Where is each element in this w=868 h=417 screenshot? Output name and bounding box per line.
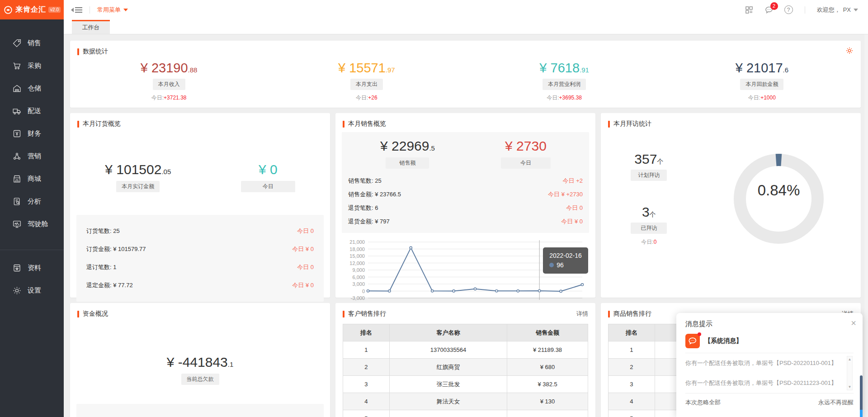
visit-donut-chart: 0.84% — [697, 146, 861, 252]
sidebar-item-财务[interactable]: 财务 — [0, 122, 64, 145]
popup-title: 消息提示 — [685, 320, 854, 328]
customer-rank-card: 客户销售排行 详情 排名客户名称销售金额113700335564¥ 21189.… — [335, 303, 595, 417]
table-cell: 1 — [609, 341, 655, 359]
stat-row-label: 退订笔数: — [86, 264, 113, 270]
stat-row: 订货笔数: 25今日 0 — [86, 222, 314, 240]
stat-today-value: +3721.38 — [164, 95, 186, 101]
stats-settings-gear-icon[interactable] — [845, 47, 854, 55]
sales-card-title: 本月销售概览 — [348, 120, 386, 128]
stat-today: 今日:+1000 — [663, 94, 861, 102]
stat-label: 本月回款金额 — [740, 79, 783, 90]
sidebar-item-采购[interactable]: 采购 — [0, 54, 64, 77]
help-icon[interactable]: ? — [784, 5, 793, 14]
order-stats-panel: 订货笔数: 25今日 0订货金额: ¥ 101579.77今日 ¥ 0退订笔数:… — [76, 215, 324, 302]
stat-row-left: 退定金额: ¥ 77.72 — [86, 281, 133, 289]
scroll-up-icon[interactable]: ▲ — [848, 357, 852, 361]
popup-source-label: 【系统消息】 — [704, 337, 742, 345]
user-menu[interactable]: 欢迎您， PX — [817, 6, 858, 14]
sidebar-item-配送[interactable]: 配送 — [0, 100, 64, 122]
stat-row-today: 今日 0 — [297, 263, 314, 271]
stat-row-label: 订货笔数: — [86, 227, 113, 234]
stat-row-value: 1 — [113, 264, 116, 270]
customer-rank-detail-link[interactable]: 详情 — [576, 310, 588, 318]
title-accent-bar — [77, 311, 79, 317]
funds-amount-block: ¥ -441843.1 当前总欠款 — [70, 355, 330, 385]
sidebar-footer-group: 资料设置 — [0, 256, 64, 302]
sidebar-item-label: 商城 — [28, 175, 41, 183]
page-scrollbar[interactable] — [864, 34, 868, 417]
ignore-all-button[interactable]: 本次忽略全部 — [685, 398, 721, 407]
stat-today: 今日:+3695.38 — [466, 94, 663, 102]
sidebar-collapse-button[interactable] — [71, 7, 82, 13]
visited-unit: 个 — [650, 211, 656, 218]
planned-visits-unit: 个 — [657, 158, 663, 165]
cart-icon — [12, 61, 22, 71]
sidebar-item-资料[interactable]: 资料 — [0, 256, 64, 279]
stat-amount: ¥ 21017 — [736, 61, 783, 75]
stat-value: ¥ 7618.91 — [466, 61, 663, 76]
apps-grid-icon[interactable] — [745, 5, 754, 14]
stat-row: 销售笔数: 25今日 +2 — [347, 174, 584, 188]
order-big-numbers: ¥ 101502.05 本月实订金额 ¥ 0 今日 — [70, 162, 330, 192]
chevron-down-icon — [123, 9, 128, 11]
stat-row-value: ¥ 77.72 — [113, 282, 132, 289]
popup-scrollbar-tail — [860, 410, 863, 417]
common-menu-trigger[interactable]: 常用菜单 — [97, 6, 128, 14]
stat-label-wrap: 本月营业利润 — [466, 79, 663, 90]
visit-card-title: 本月拜访统计 — [613, 120, 651, 128]
stat-row-value: ¥ 101579.77 — [113, 246, 146, 252]
sidebar-main-group: 销售采购仓储配送财务营销商城分析驾驶舱 — [0, 32, 64, 235]
visit-today-value: 0 — [654, 239, 657, 245]
sidebar-item-设置[interactable]: 设置 — [0, 279, 64, 302]
order-card-header: 本月订货概览 — [70, 113, 330, 132]
svg-text:3,000: 3,000 — [352, 281, 365, 287]
table-cell: ¥ 382.5 — [507, 376, 588, 393]
stat-row-label: 订货金额: — [86, 246, 113, 252]
table-cell: ¥ 680 — [507, 359, 588, 376]
stat-value: ¥ 15571.97 — [268, 61, 465, 76]
table-cell: ¥ 130 — [507, 393, 588, 410]
never-remind-button[interactable]: 永远不再提醒 — [818, 398, 854, 407]
close-icon[interactable]: × — [851, 318, 856, 327]
visited-label: 已拜访 — [631, 223, 667, 234]
stat-row-label: 退货笔数: — [348, 204, 375, 211]
stat-amount-dec: .97 — [386, 66, 395, 74]
stat-today-prefix: 今日: — [547, 95, 559, 101]
tab-workbench[interactable]: 工作台 — [72, 20, 110, 34]
col-header: 销售金额 — [507, 324, 588, 341]
svg-text:-3,000: -3,000 — [351, 295, 365, 301]
sidebar-item-营销[interactable]: 营销 — [0, 145, 64, 167]
stat-amount-dec: .91 — [580, 66, 589, 74]
popup-message-scrollbar[interactable]: ▲▼ — [847, 356, 853, 390]
scroll-down-icon[interactable]: ▼ — [848, 385, 852, 389]
sidebar-item-销售[interactable]: 销售 — [0, 32, 64, 54]
stat-row-today: 今日 +2 — [563, 177, 583, 185]
table-cell: 3 — [343, 376, 390, 393]
sidebar-item-驾驶舱[interactable]: 驾驶舱 — [0, 213, 64, 235]
table-row: 5 — [343, 410, 588, 417]
table-cell: 4 — [343, 393, 390, 410]
stat-label-wrap: 本月支出 — [268, 79, 465, 90]
sidebar-item-分析[interactable]: 分析 — [0, 190, 64, 213]
table-cell: 张三批发 — [389, 376, 507, 393]
tab-bar: 工作台 — [64, 19, 868, 34]
cockpit-icon — [12, 219, 22, 229]
stat-today-prefix: 今日: — [748, 95, 760, 101]
sales-big-numbers: ¥ 22969.5 销售额 ¥ 2730 今日 — [347, 138, 584, 169]
sidebar-item-商城[interactable]: 商城 — [0, 167, 64, 190]
order-main-amount: ¥ 101502.05 本月实订金额 — [105, 162, 171, 192]
sidebar-item-label: 仓储 — [28, 84, 41, 93]
table-header-row: 排名客户名称销售金额 — [343, 324, 588, 341]
sidebar-divider — [0, 250, 64, 250]
sidebar-item-仓储[interactable]: 仓储 — [0, 77, 64, 100]
finance-icon — [12, 129, 22, 138]
messages-icon[interactable]: 2 — [764, 5, 774, 14]
stat-today: 今日:+3721.38 — [70, 94, 268, 102]
sidebar-item-label: 设置 — [28, 286, 41, 295]
funds-card-header: 资金概况 — [70, 303, 330, 322]
hamburger-icon — [75, 7, 82, 13]
title-accent-bar — [343, 311, 344, 317]
stats-card-header: 数据统计 — [70, 41, 861, 60]
common-menu-label: 常用菜单 — [97, 6, 121, 14]
stat-row-left: 订货金额: ¥ 101579.77 — [86, 245, 146, 253]
